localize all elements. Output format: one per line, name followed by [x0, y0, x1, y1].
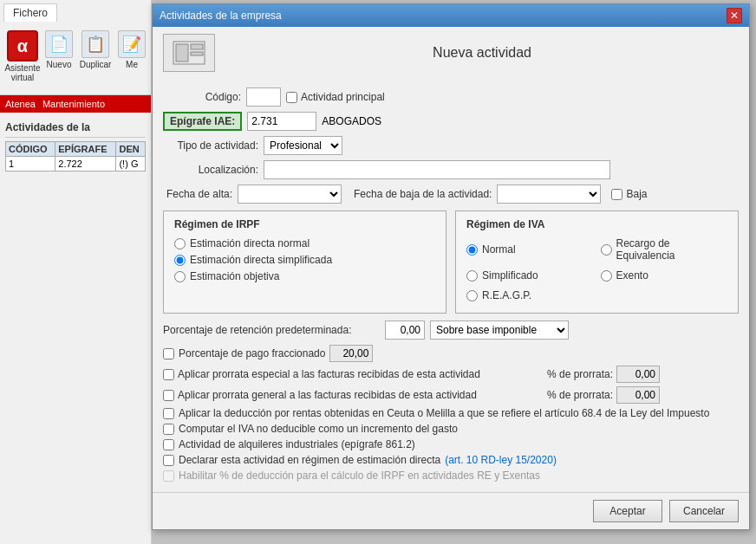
prorrata-especial-row: Aplicar prorrata especial a las facturas…: [163, 366, 739, 383]
prorrata-especial-checkbox[interactable]: [163, 369, 174, 380]
epigrafe-row: Epígrafe IAE: ABOGADOS: [163, 112, 739, 131]
irpf-title: Régimen de IRPF: [174, 218, 435, 230]
actividad-principal-checkbox[interactable]: [286, 92, 297, 103]
habilitar-row: Habilitar % de deducción para el cálculo…: [163, 470, 739, 482]
deduccion-ceuta-checkbox[interactable]: [163, 408, 174, 419]
retencion-input[interactable]: [385, 321, 425, 340]
iva-panel: Régimen de IVA Normal Recargo de Equival…: [455, 210, 739, 314]
tipo-actividad-label: Tipo de actividad:: [163, 139, 258, 152]
declarar-row: Declarar esta actividad en régimen de es…: [163, 454, 739, 466]
pago-fraccionado-row: Porcentaje de pago fraccionado: [163, 345, 739, 362]
nueva-actividad-label: Nueva actividad: [433, 45, 531, 60]
baja-check[interactable]: Baja: [611, 188, 647, 200]
iva-option-1[interactable]: Normal: [466, 237, 594, 262]
computar-iva-label: Computar el IVA no deducible como un inc…: [179, 423, 458, 435]
fecha-row: Fecha de alta: Fecha de baja de la activ…: [163, 185, 739, 204]
iva-radio-4[interactable]: [601, 270, 612, 282]
col-epigrafe: EPÍGRAFE: [55, 142, 116, 157]
asistente-btn[interactable]: α Asistentevirtual: [7, 29, 38, 84]
close-button[interactable]: ✕: [727, 8, 742, 23]
prorrata-general-checkbox[interactable]: [163, 390, 174, 401]
activity-icon: [163, 34, 215, 72]
duplicar-btn[interactable]: 📋 Duplicar: [80, 29, 111, 71]
baja-label: Baja: [626, 188, 647, 200]
computar-iva-checkbox[interactable]: [163, 424, 174, 435]
iva-radio-2[interactable]: [601, 244, 612, 256]
epigrafe-input[interactable]: [247, 112, 316, 131]
tipo-actividad-select[interactable]: Profesional Empresarial Agrícola: [264, 136, 342, 155]
modal-title: Actividades de la empresa: [160, 10, 282, 22]
iva-label-1: Normal: [482, 243, 516, 256]
iva-title: Régimen de IVA: [466, 218, 727, 230]
iva-label-2: Recargo de Equivalencia: [616, 237, 728, 262]
alquileres-checkbox[interactable]: [163, 439, 174, 450]
pago-fraccionado-checkbox[interactable]: [163, 348, 174, 359]
actividad-principal-check[interactable]: Actividad principal: [286, 91, 385, 103]
localizacion-input[interactable]: [264, 160, 610, 179]
irpf-option-3[interactable]: Estimación objetiva: [174, 270, 435, 282]
duplicar-icon: 📋: [81, 30, 109, 58]
declarar-link[interactable]: (art. 10 RD-ley 15/2020): [445, 454, 557, 466]
me-btn[interactable]: 📝 Me: [116, 29, 147, 71]
alquileres-row: Actividad de alquileres industriales (ep…: [163, 438, 739, 450]
deduccion-ceuta-row: Aplicar la deducción por rentas obtenida…: [163, 407, 739, 419]
prorrata-especial-label: Aplicar prorrata especial a las facturas…: [178, 368, 542, 380]
duplicar-label: Duplicar: [80, 60, 112, 69]
fecha-alta-select[interactable]: [238, 185, 342, 204]
codigo-label: Código:: [163, 91, 241, 103]
iva-label-3: Simplificado: [482, 269, 538, 282]
iva-radio-1[interactable]: [466, 244, 478, 256]
modal-body: Nueva actividad Código: Actividad princi…: [153, 27, 749, 492]
regime-container: Régimen de IRPF Estimación directa norma…: [163, 210, 739, 314]
irpf-option-2[interactable]: Estimación directa simplificada: [174, 254, 435, 266]
fecha-baja-select[interactable]: [497, 185, 601, 204]
retencion-label: Porcentaje de retención predeterminada:: [163, 324, 380, 336]
iva-option-5[interactable]: R.E.A.G.P.: [466, 289, 594, 301]
nuevo-btn[interactable]: 📄 Nuevo: [43, 29, 75, 71]
activity-svg-icon: [172, 40, 206, 66]
prorrata-general-input: [616, 386, 660, 404]
irpf-radio-1[interactable]: [174, 238, 186, 249]
iva-label-5: R.E.A.G.P.: [482, 289, 531, 301]
iva-option-2[interactable]: Recargo de Equivalencia: [601, 237, 728, 262]
baja-checkbox[interactable]: [611, 189, 622, 200]
cancelar-button[interactable]: Cancelar: [669, 500, 739, 522]
prorrata-general-label: Aplicar prorrata general a las facturas …: [178, 389, 542, 401]
iva-option-3[interactable]: Simplificado: [466, 269, 594, 282]
iva-radio-3[interactable]: [466, 270, 478, 282]
asistente-label: Asistentevirtual: [4, 63, 40, 82]
row-epigrafe: 2.722: [55, 157, 116, 172]
retencion-base-select[interactable]: Sobre base imponible Sobre importe bruto: [430, 321, 569, 340]
codigo-input[interactable]: [246, 87, 281, 107]
fichero-tab[interactable]: Fichero: [3, 3, 57, 22]
asistente-icon: α: [7, 30, 38, 62]
table-row[interactable]: 1 2.722 (!) G: [6, 157, 146, 172]
epigrafe-desc: ABOGADOS: [322, 115, 381, 127]
iva-radio-5[interactable]: [466, 290, 478, 301]
declarar-label: Declarar esta actividad en régimen de es…: [179, 454, 440, 466]
irpf-option-1[interactable]: Estimación directa normal: [174, 237, 435, 249]
prorrata-general-pct: % de prorrata:: [547, 389, 613, 401]
epigrafe-btn[interactable]: Epígrafe IAE:: [163, 112, 242, 131]
svg-rect-1: [176, 44, 188, 62]
row-den: (!) G: [116, 157, 146, 172]
irpf-radio-3[interactable]: [174, 271, 186, 282]
irpf-label-2: Estimación directa simplificada: [190, 254, 332, 266]
pago-fraccionado-input: [329, 345, 373, 362]
aceptar-button[interactable]: Aceptar: [593, 500, 662, 522]
tipo-actividad-row: Tipo de actividad: Profesional Empresari…: [163, 136, 739, 155]
codigo-row: Código: Actividad principal: [163, 87, 739, 107]
modal-footer: Aceptar Cancelar: [153, 492, 749, 529]
modal-titlebar: Actividades de la empresa ✕: [153, 4, 749, 27]
svg-rect-3: [191, 52, 203, 55]
fecha-alta-label: Fecha de alta:: [163, 188, 232, 200]
sidebar-panel: Actividades de la CÓDIGO EPÍGRAFE DEN 1 …: [0, 113, 151, 177]
row-codigo: 1: [6, 157, 55, 172]
irpf-radio-2[interactable]: [174, 255, 186, 266]
prorrata-especial-input: [616, 366, 660, 383]
atenea-bar: Atenea Mantenimiento: [0, 95, 151, 113]
iva-option-4[interactable]: Exento: [601, 269, 728, 282]
irpf-label-3: Estimación objetiva: [190, 270, 279, 282]
declarar-checkbox[interactable]: [163, 455, 174, 466]
localizacion-label: Localización:: [163, 164, 258, 176]
